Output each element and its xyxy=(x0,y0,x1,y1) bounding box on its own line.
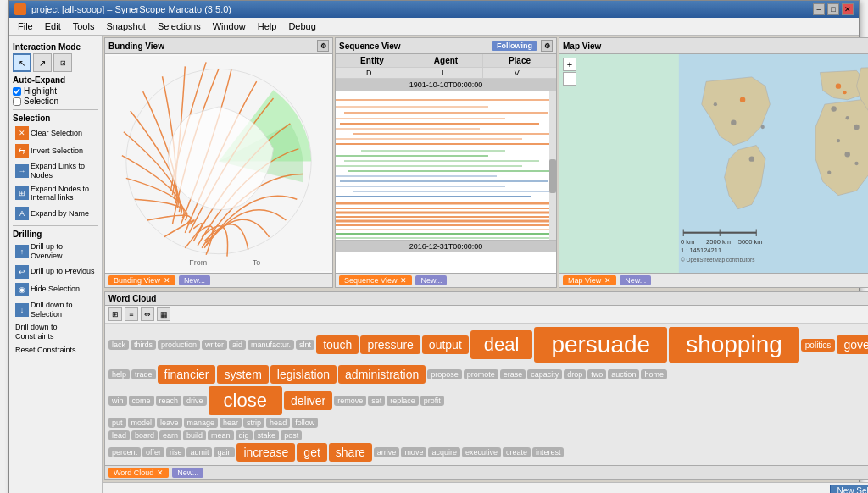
word-tag-win[interactable]: win xyxy=(108,396,127,406)
bundling-view-tab[interactable]: Bunding View ✕ xyxy=(108,275,175,285)
word-tag-arrive[interactable]: arrive xyxy=(374,447,400,457)
word-tag-rise[interactable]: rise xyxy=(166,447,186,457)
word-tag-admit[interactable]: admit xyxy=(186,447,212,457)
word-tag-politics[interactable]: politics xyxy=(801,339,836,352)
sequence-view-tab[interactable]: Sequence View ✕ xyxy=(339,275,412,285)
word-tag-drive[interactable]: drive xyxy=(183,396,207,406)
bundling-new-button[interactable]: New... xyxy=(179,275,210,285)
map-view-tab[interactable]: Map View ✕ xyxy=(563,275,616,285)
hide-selection-button[interactable]: ◉ Hide Selection xyxy=(13,281,98,298)
word-tag-stake[interactable]: stake xyxy=(254,430,280,440)
map-zoom-out[interactable]: – xyxy=(563,72,576,86)
word-tag-slnt[interactable]: slnt xyxy=(296,340,314,350)
word-tag-lead[interactable]: lead xyxy=(108,430,130,440)
selection-checkbox[interactable] xyxy=(13,97,21,106)
word-tag-deal[interactable]: deal xyxy=(470,330,533,359)
word-tag-put[interactable]: put xyxy=(108,418,126,428)
lasso-mode-button[interactable]: ⊡ xyxy=(53,53,72,72)
wc-list-button[interactable]: ≡ xyxy=(125,307,138,321)
word-tag-replace[interactable]: replace xyxy=(387,396,419,406)
wc-chart-button[interactable]: ▦ xyxy=(157,307,170,321)
wc-arrows-button[interactable]: ⇔ xyxy=(141,307,154,321)
word-tag-capacity[interactable]: capacity xyxy=(527,369,562,379)
menu-window[interactable]: Window xyxy=(208,19,251,33)
wc-grid-button[interactable]: ⊞ xyxy=(108,307,122,321)
word-tag-promote[interactable]: promote xyxy=(464,369,498,379)
word-tag-model[interactable]: model xyxy=(128,418,156,428)
word-tag-profit[interactable]: profit xyxy=(420,396,444,406)
word-tag-government[interactable]: government xyxy=(837,335,868,354)
word-tag-come[interactable]: come xyxy=(129,396,154,406)
word-tag-system[interactable]: system xyxy=(217,365,268,384)
highlight-checkbox[interactable] xyxy=(13,87,21,96)
menu-file[interactable]: File xyxy=(13,19,38,33)
maximize-button[interactable]: □ xyxy=(827,3,839,15)
word-tag-output[interactable]: output xyxy=(422,335,469,354)
word-tag-acquire[interactable]: acquire xyxy=(428,447,460,457)
select-mode-button[interactable]: ↖ xyxy=(13,53,31,72)
word-tag-deliver[interactable]: deliver xyxy=(284,391,332,410)
menu-tools[interactable]: Tools xyxy=(68,19,100,33)
close-button[interactable]: ✕ xyxy=(842,3,854,15)
word-tag-production[interactable]: production xyxy=(158,340,200,350)
map-new-button[interactable]: New... xyxy=(620,275,651,285)
word-tag-dig[interactable]: dig xyxy=(236,430,253,440)
word-tag-executive[interactable]: executive xyxy=(462,447,501,457)
expand-nodes-button[interactable]: ⊞ Expand Nodes to Internal links xyxy=(13,183,98,205)
word-tag-post[interactable]: post xyxy=(281,430,302,440)
word-tag-aid[interactable]: aid xyxy=(229,340,246,350)
invert-selection-button[interactable]: ⇆ Invert Selection xyxy=(13,142,98,159)
word-tag-board[interactable]: board xyxy=(131,430,158,440)
word-tag-share[interactable]: share xyxy=(329,443,372,462)
word-tag-legislation[interactable]: legislation xyxy=(270,365,337,384)
word-tag-touch[interactable]: touch xyxy=(316,335,359,354)
word-tag-head[interactable]: head xyxy=(266,418,290,428)
word-tag-earn[interactable]: earn xyxy=(159,430,181,440)
word-tag-remove[interactable]: remove xyxy=(334,396,366,406)
word-tag-percent[interactable]: percent xyxy=(108,447,141,457)
word-tag-reach[interactable]: reach xyxy=(156,396,182,406)
word-tag-get[interactable]: get xyxy=(297,443,326,462)
word-tag-follow[interactable]: follow xyxy=(292,418,318,428)
word-tag-lack[interactable]: lack xyxy=(108,340,129,350)
word-tag-thirds[interactable]: thirds xyxy=(131,340,156,350)
new-selection-set-button[interactable]: New Selection Set xyxy=(830,485,868,493)
word-tag-drop[interactable]: drop xyxy=(564,369,586,379)
word-tag-move[interactable]: move xyxy=(401,447,426,457)
word-tag-shopping[interactable]: shopping xyxy=(669,327,799,363)
word-tag-strip[interactable]: strip xyxy=(243,418,264,428)
clear-selection-button[interactable]: ✕ Clear Selection xyxy=(13,125,98,141)
word-tag-pressure[interactable]: pressure xyxy=(360,335,420,354)
word-tag-auction[interactable]: auction xyxy=(608,369,639,379)
expand-mode-button[interactable]: ↗ xyxy=(33,53,52,72)
word-tag-mean[interactable]: mean xyxy=(208,430,234,440)
menu-selections[interactable]: Selections xyxy=(153,19,206,33)
word-tag-create[interactable]: create xyxy=(503,447,531,457)
word-cloud-tab[interactable]: Word Cloud ✕ xyxy=(108,468,169,478)
bundling-tab-close[interactable]: ✕ xyxy=(164,276,170,285)
word-tag-close[interactable]: close xyxy=(209,386,282,415)
reset-constraints-button[interactable]: Reset Constraints xyxy=(13,344,98,357)
word-tag-hear[interactable]: hear xyxy=(220,418,242,428)
word-tag-gain[interactable]: gain xyxy=(214,447,235,457)
word-tag-manufactur[interactable]: manufactur. xyxy=(248,340,294,350)
word-tag-increase[interactable]: increase xyxy=(236,443,295,462)
sequence-settings-button[interactable]: ⚙ xyxy=(541,40,553,52)
word-tag-writer[interactable]: writer xyxy=(202,340,227,350)
word-cloud-new-button[interactable]: New... xyxy=(172,468,203,478)
drill-down-button[interactable]: ↓ Drill down to Selection xyxy=(13,299,98,321)
expand-links-button[interactable]: → Expand Links to Nodes xyxy=(13,160,98,182)
word-tag-build[interactable]: build xyxy=(183,430,206,440)
word-tag-home[interactable]: home xyxy=(641,369,667,379)
word-tag-propose[interactable]: propose xyxy=(427,369,462,379)
word-tag-two[interactable]: two xyxy=(587,369,606,379)
menu-help[interactable]: Help xyxy=(253,19,282,33)
word-tag-manage[interactable]: manage xyxy=(184,418,219,428)
drill-previous-button[interactable]: ↩ Drill up to Previous xyxy=(13,263,98,280)
bundling-settings-button[interactable]: ⚙ xyxy=(317,40,329,52)
menu-debug[interactable]: Debug xyxy=(283,19,320,33)
word-tag-leave[interactable]: leave xyxy=(157,418,182,428)
drill-overview-button[interactable]: ↑ Drill up to Overview xyxy=(13,241,98,263)
word-tag-help[interactable]: help xyxy=(108,369,130,379)
word-tag-administration[interactable]: administration xyxy=(338,365,426,384)
